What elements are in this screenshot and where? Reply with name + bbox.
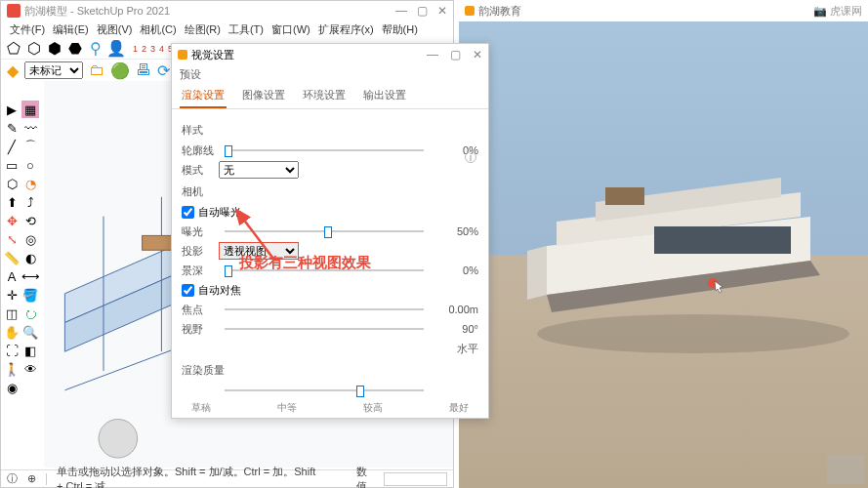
section-quality: 渲染质量 bbox=[182, 363, 478, 378]
pencil-tool-icon[interactable]: ✎ bbox=[3, 119, 21, 137]
render-viewport[interactable] bbox=[459, 21, 868, 488]
thumbnail-preview bbox=[827, 455, 864, 484]
freehand-tool-icon[interactable]: 〰 bbox=[21, 119, 39, 137]
paint-tool-icon[interactable]: 🪣 bbox=[21, 286, 39, 304]
scale-tool-icon[interactable]: ⤡ bbox=[3, 230, 21, 248]
maximize-button[interactable]: ▢ bbox=[417, 4, 428, 18]
section-style: 样式 bbox=[182, 123, 478, 138]
dialog-tabs: 渲染设置 图像设置 环境设置 输出设置 bbox=[172, 84, 488, 109]
menu-tools[interactable]: 工具(T) bbox=[226, 22, 267, 37]
focus-slider[interactable] bbox=[225, 303, 424, 316]
render-app-icon bbox=[465, 6, 475, 16]
tag-dropdown[interactable]: 未标记 bbox=[24, 61, 83, 79]
dialog-app-icon bbox=[178, 50, 187, 60]
axes-tool-icon[interactable]: ✛ bbox=[3, 286, 21, 304]
dialog-body: 样式 轮廓线 0% 模式 无 i 相机 自动曝光 曝光 50% 投影 透视视图 … bbox=[172, 109, 488, 423]
walk-tool-icon[interactable]: 🚶 bbox=[3, 360, 21, 378]
autoexposure-checkbox[interactable] bbox=[182, 206, 194, 219]
tool-c-icon[interactable]: 🖶 bbox=[136, 61, 151, 79]
pan-tool-icon[interactable]: ✋ bbox=[3, 323, 21, 341]
polygon-tool-icon[interactable]: ⬡ bbox=[3, 175, 21, 192]
mode-dropdown[interactable]: 无 bbox=[219, 161, 299, 179]
close-button[interactable]: ✕ bbox=[437, 4, 447, 18]
dialog-minimize-button[interactable]: — bbox=[427, 48, 438, 61]
menu-view[interactable]: 视图(V) bbox=[94, 22, 136, 37]
tool-a-icon[interactable]: 🗀 bbox=[89, 61, 104, 79]
line-tool-icon[interactable]: ╱ bbox=[3, 138, 21, 155]
svg-marker-8 bbox=[527, 246, 547, 300]
menu-extensions[interactable]: 扩展程序(x) bbox=[315, 22, 377, 37]
svg-point-6 bbox=[99, 420, 138, 459]
tape-tool-icon[interactable]: 📏 bbox=[3, 249, 21, 266]
minimize-button[interactable]: — bbox=[395, 4, 407, 18]
zoom-tool-icon[interactable]: 🔍 bbox=[21, 323, 39, 341]
zoom-extents-icon[interactable]: ⛶ bbox=[3, 342, 21, 359]
visual-settings-dialog: 视觉设置 — ▢ ✕ 预设 渲染设置 图像设置 环境设置 输出设置 样式 轮廓线… bbox=[171, 43, 489, 419]
exposure-slider[interactable] bbox=[225, 224, 424, 238]
circle-tool-icon[interactable]: ○ bbox=[21, 156, 39, 174]
eraser-tool-icon[interactable]: ◫ bbox=[3, 305, 21, 322]
arc-tool-icon[interactable]: ⌒ bbox=[21, 138, 39, 155]
fov-label: 视野 bbox=[182, 322, 219, 337]
dof-slider[interactable] bbox=[225, 264, 424, 277]
follow-tool-icon[interactable]: ⤴ bbox=[21, 193, 39, 211]
orbit-tool-icon[interactable]: ⭮ bbox=[21, 305, 39, 322]
fov-sub: 水平 bbox=[430, 342, 478, 356]
dim-tool-icon[interactable]: ⟷ bbox=[21, 267, 39, 285]
menu-window[interactable]: 窗口(W) bbox=[269, 22, 313, 37]
look-tool-icon[interactable]: 👁 bbox=[21, 360, 39, 378]
iso-view-icon[interactable]: ⬠ bbox=[5, 40, 22, 58]
pie-tool-icon[interactable]: ◔ bbox=[21, 175, 39, 192]
status-icon-1[interactable]: ⓘ bbox=[7, 471, 18, 486]
outline-label: 轮廓线 bbox=[182, 143, 219, 158]
tool-d-icon[interactable]: ⟳ bbox=[157, 61, 170, 80]
titlebar: 韵湖模型 - SketchUp Pro 2021 — ▢ ✕ bbox=[1, 1, 453, 20]
tab-output-settings[interactable]: 输出设置 bbox=[361, 84, 408, 108]
tool-b-icon[interactable]: 🟢 bbox=[110, 61, 130, 80]
projection-dropdown[interactable]: 透视视图 bbox=[219, 242, 299, 260]
menu-edit[interactable]: 编辑(E) bbox=[50, 22, 92, 37]
dialog-close-button[interactable]: ✕ bbox=[473, 48, 482, 61]
info-icon[interactable]: i bbox=[465, 151, 476, 163]
tab-environment-settings[interactable]: 环境设置 bbox=[301, 84, 348, 108]
status-icon-2[interactable]: ⊕ bbox=[27, 472, 36, 485]
status-field-label: 数值 bbox=[356, 465, 374, 489]
push-tool-icon[interactable]: ⬆ bbox=[3, 193, 21, 211]
square-tool-icon[interactable]: ▦ bbox=[21, 101, 39, 118]
offset-tool-icon[interactable]: ◎ bbox=[21, 230, 39, 248]
select-tool-icon[interactable]: ▶ bbox=[3, 101, 21, 118]
menu-draw[interactable]: 绘图(R) bbox=[182, 22, 224, 37]
user-icon[interactable]: 👤 bbox=[107, 40, 125, 58]
section-camera: 相机 bbox=[182, 184, 478, 199]
dialog-title: 视觉设置 bbox=[191, 48, 234, 62]
section-tool-icon[interactable]: ◧ bbox=[21, 342, 39, 359]
dialog-maximize-button[interactable]: ▢ bbox=[450, 48, 461, 61]
front-view-icon[interactable]: ⬢ bbox=[46, 40, 63, 58]
move-tool-icon[interactable]: ✥ bbox=[3, 212, 21, 229]
exposure-value: 50% bbox=[430, 225, 478, 237]
fov-slider[interactable] bbox=[225, 322, 424, 336]
top-view-icon[interactable]: ⬡ bbox=[25, 40, 43, 58]
tab-render-settings[interactable]: 渲染设置 bbox=[180, 84, 227, 108]
rect-tool-icon[interactable]: ▭ bbox=[3, 156, 21, 174]
exposure-label: 曝光 bbox=[182, 224, 219, 239]
tag-icon[interactable]: ◆ bbox=[7, 61, 19, 80]
tab-image-settings[interactable]: 图像设置 bbox=[240, 84, 287, 108]
measurement-input[interactable] bbox=[384, 472, 447, 486]
outline-slider[interactable] bbox=[225, 143, 424, 157]
menu-help[interactable]: 帮助(H) bbox=[379, 22, 421, 37]
position-tool-icon[interactable]: ◉ bbox=[3, 379, 21, 396]
side-view-icon[interactable]: ⬣ bbox=[66, 40, 84, 58]
projection-label: 投影 bbox=[182, 244, 219, 259]
protractor-tool-icon[interactable]: ◐ bbox=[21, 249, 39, 266]
geo-icon[interactable]: ⚲ bbox=[87, 40, 104, 58]
rotate-tool-icon[interactable]: ⟲ bbox=[21, 212, 39, 229]
menu-camera[interactable]: 相机(C) bbox=[137, 22, 179, 37]
menu-file[interactable]: 文件(F) bbox=[7, 22, 48, 37]
autoexposure-label: 自动曝光 bbox=[198, 205, 241, 220]
autofocus-checkbox[interactable] bbox=[182, 284, 194, 297]
svg-rect-12 bbox=[605, 187, 644, 205]
render-window: 韵湖教育 📷 虎课网 bbox=[459, 0, 868, 488]
quality-slider[interactable] bbox=[225, 384, 424, 397]
text-tool-icon[interactable]: A bbox=[3, 267, 21, 285]
